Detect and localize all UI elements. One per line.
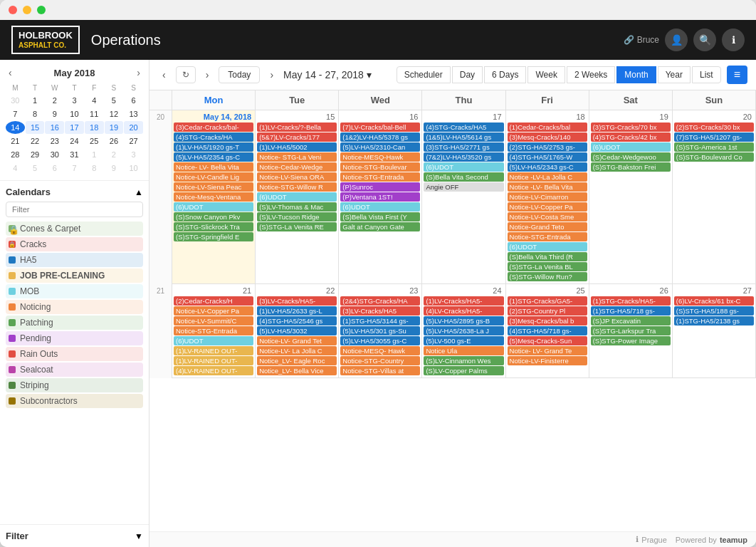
event[interactable]: (1)LV-HA5/1920 gs-T	[174, 142, 253, 152]
event[interactable]: (6)UDOT	[340, 202, 420, 212]
event[interactable]: (S)Bella Vita Third (R	[508, 252, 587, 261]
view-week-btn[interactable]: Week	[527, 66, 565, 83]
event[interactable]: Notice-MESQ-Hawk	[340, 152, 420, 162]
event[interactable]: (4)STG-Cracks/HA5	[424, 123, 503, 132]
event[interactable]: (6)UDOT	[591, 142, 671, 152]
event[interactable]: (5&7)LV-Cracks/177	[257, 132, 337, 142]
event[interactable]: (2)STG-Cracks/30 bx	[674, 123, 754, 132]
event[interactable]: (S)STG-Slickrock Tra	[174, 222, 253, 231]
event[interactable]: (1)STG-HA5/718 gs-	[591, 306, 671, 316]
event[interactable]: Notice-LV- Grand Tet	[257, 336, 337, 345]
event[interactable]: (S)STG-La Venita BL	[508, 262, 587, 271]
info-btn[interactable]: ℹ	[722, 28, 745, 51]
event[interactable]: (S)STG-Bakston Frei	[591, 162, 671, 172]
cal-item-patching[interactable]: Patching	[6, 316, 143, 330]
event[interactable]: Angie OFF	[424, 182, 503, 192]
event[interactable]: (1)STG-Cracks/GA5-	[508, 296, 587, 306]
cal-item-pending[interactable]: Pending	[6, 331, 143, 345]
event[interactable]: (5)LV-HA5/2895 gs-B	[424, 316, 503, 325]
cal-item-striping[interactable]: Striping	[6, 378, 143, 392]
event[interactable]: Galt at Canyon Gate	[340, 222, 420, 231]
event[interactable]: (3)STG-Cracks/70 bx	[591, 123, 671, 132]
event[interactable]: Notice_LV- Bella Vice	[257, 366, 337, 375]
event[interactable]: Notice-LV-Siena Peac	[174, 182, 253, 192]
event[interactable]: (4)STG-HA5/1765-W	[508, 152, 587, 162]
view-6days-btn[interactable]: 6 Days	[484, 66, 526, 83]
event[interactable]: (S)STG-HA5/188 gs-	[674, 306, 754, 316]
event[interactable]: Notice-STG-Willow R	[257, 182, 337, 192]
search-btn[interactable]: 🔍	[693, 28, 716, 51]
event[interactable]: (S)LV-Cinnamon Wes	[424, 356, 503, 365]
event[interactable]: (P)Sunroc	[340, 182, 420, 192]
cal-next2-btn[interactable]: ›	[266, 66, 278, 83]
cal-item-ha5[interactable]: HA5	[6, 253, 143, 267]
event[interactable]: (5)LV-HA5/2343 gs-C	[508, 162, 587, 172]
event[interactable]: Notice -LV- Bella Vita	[508, 182, 587, 192]
event[interactable]: (4)STG-Cracks/42 bx	[591, 132, 671, 142]
event[interactable]: (6)UDOT	[174, 202, 253, 212]
event[interactable]: (5)LV-HA5/2310-Can	[340, 142, 420, 152]
event[interactable]: (1)Cedar-Cracks/bal	[508, 123, 587, 132]
event[interactable]: (4)STG-Cracks/HA	[174, 132, 253, 142]
maximize-btn[interactable]	[37, 6, 46, 14]
event[interactable]: (S)STG-Willow Run?	[508, 272, 587, 281]
event[interactable]: (1&2)LV-HA5/5378 gs	[340, 132, 420, 142]
event[interactable]: (5)LV-HA5/2638-La J	[424, 326, 503, 335]
event[interactable]: (4)STG-HA5/718 gs-	[508, 326, 587, 335]
event[interactable]: (3)LV-Cracks/HA5	[340, 306, 420, 316]
cal-prev-btn[interactable]: ‹	[158, 66, 170, 83]
cal-item-cones[interactable]: 🔒 Cones & Carpet	[6, 222, 143, 236]
event[interactable]: (2)Cedar-Cracks/H	[174, 296, 253, 306]
event[interactable]: Notice-LV-Siena ORA	[257, 172, 337, 182]
event[interactable]: (6)UDOT	[508, 242, 587, 251]
calendars-header[interactable]: Calendars ▲	[6, 187, 143, 197]
cal-item-mob[interactable]: MOB	[6, 284, 143, 298]
event[interactable]: (S)STG-Boulevard Co	[674, 152, 754, 162]
close-btn[interactable]	[9, 6, 17, 14]
event[interactable]: (6)UDOT	[257, 192, 337, 202]
event[interactable]: (S)STG-Power Image	[591, 336, 671, 345]
event[interactable]: (S)LV-Thomas & Mac	[257, 202, 337, 212]
filter-header[interactable]: Filter ▼	[6, 531, 143, 541]
event[interactable]: (S)JP Excavatin	[591, 316, 671, 325]
event[interactable]: (1)LV-RAINED OUT-	[174, 356, 253, 365]
mini-cal-next[interactable]: ›	[134, 66, 143, 80]
event[interactable]: (1)LV-HA5/2633 gs-L	[257, 306, 337, 316]
today-btn[interactable]: Today	[219, 66, 260, 83]
event[interactable]: (5)LV-500 gs-E	[424, 336, 503, 345]
event[interactable]: (2)STG-Country Pl	[508, 306, 587, 316]
view-month-btn[interactable]: Month	[616, 66, 656, 83]
event[interactable]: (1)STG-HA5/2138 gs	[674, 316, 754, 325]
event[interactable]: (5)LV-HA5/3032	[257, 326, 337, 335]
event[interactable]: (S)STG-Springfield E	[174, 232, 253, 241]
event[interactable]: Notice-MESQ- Hawk	[340, 346, 420, 355]
event[interactable]: (1)STG-Cracks/HA5-	[591, 296, 671, 306]
cal-item-noticing[interactable]: Noticing	[6, 300, 143, 314]
mini-cal-prev[interactable]: ‹	[6, 66, 15, 80]
event[interactable]: (1)LV-HA5/5002	[257, 142, 337, 152]
event[interactable]: (5)Mesq-Cracks-Sun	[508, 336, 587, 345]
event[interactable]: (3)Mesq-Cracks/bal b	[508, 316, 587, 325]
event[interactable]: (2)STG-HA5/2753 gs-	[508, 142, 587, 152]
event[interactable]: (3)Mesq-Cracks/140	[508, 132, 587, 142]
event[interactable]: (1)LV-Cracks/?-Bella	[257, 123, 337, 132]
event[interactable]: Notice-LV- La Jolla C	[257, 346, 337, 355]
event[interactable]: (S)LV-Copper Palms	[424, 366, 503, 375]
view-scheduler-btn[interactable]: Scheduler	[397, 66, 451, 83]
event[interactable]: Notice-LV-Costa Sme	[508, 212, 587, 222]
event[interactable]: Notice-STG-Entrada	[340, 172, 420, 182]
event[interactable]: (S)Snow Canyon Pkv	[174, 212, 253, 222]
event[interactable]: (S)STG-Larkspur Tra	[591, 326, 671, 335]
event[interactable]: Notice-STG-Entrada	[174, 326, 253, 335]
cal-item-pre-cleaning[interactable]: JOB PRE-CLEANING	[6, 269, 143, 283]
event[interactable]: (5)LV-HA5/301 gs-Su	[340, 326, 420, 335]
view-day-btn[interactable]: Day	[452, 66, 483, 83]
cal-item-rain-outs[interactable]: Rain Outs	[6, 347, 143, 361]
event[interactable]: (4)STG-HA5/2546 gs	[257, 316, 337, 325]
event[interactable]: Notice_LV- Eagle Roc	[257, 356, 337, 365]
event[interactable]: Notice Ula	[424, 346, 503, 355]
event[interactable]: (3)Cedar-Cracks/bal-	[174, 123, 253, 132]
event[interactable]: (3)LV-Cracks/HA5-	[257, 296, 337, 306]
event[interactable]: Notice-LV-Candle Lig	[174, 172, 253, 182]
event[interactable]: (6)UDOT	[424, 162, 503, 172]
